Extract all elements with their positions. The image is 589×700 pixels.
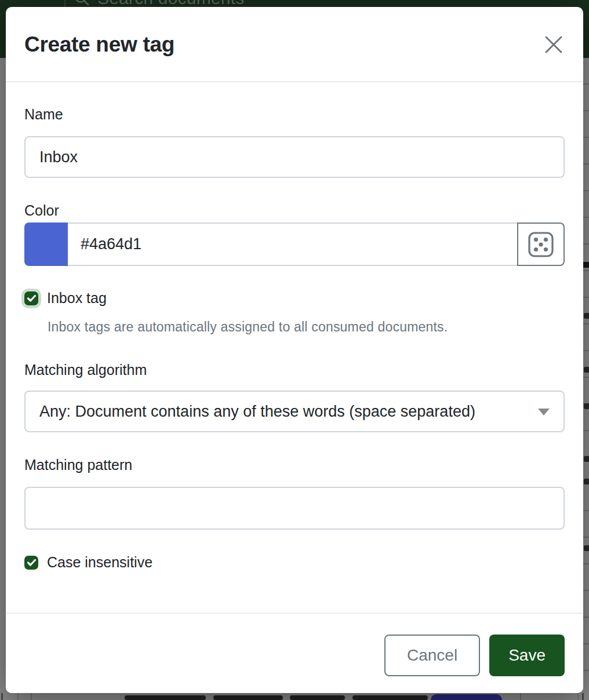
dimmed-line bbox=[31, 693, 32, 700]
dimmed-page-bottom bbox=[0, 693, 589, 700]
inbox-tag-checkbox[interactable] bbox=[24, 291, 38, 305]
matching-pattern-label: Matching pattern bbox=[24, 457, 565, 472]
color-field[interactable] bbox=[68, 223, 518, 266]
dimmed-text-fragment bbox=[125, 695, 206, 700]
dimmed-line bbox=[520, 693, 521, 700]
navbar-divider bbox=[64, 0, 66, 7]
page: Search documents Create new tag bbox=[0, 0, 589, 700]
color-swatch[interactable] bbox=[24, 223, 68, 266]
dialog-header: Create new tag bbox=[6, 7, 583, 82]
dimmed-text-fragment bbox=[584, 456, 589, 462]
dialog-body: Name Color bbox=[6, 82, 583, 571]
close-icon bbox=[543, 34, 565, 56]
dimmed-text-fragment bbox=[584, 403, 589, 409]
case-insensitive-label[interactable]: Case insensitive bbox=[47, 554, 152, 571]
case-insensitive-row: Case insensitive bbox=[24, 554, 565, 571]
matching-algorithm-select[interactable]: Any: Document contains any of these word… bbox=[24, 391, 565, 432]
dimmed-line bbox=[17, 693, 19, 700]
inbox-tag-row: Inbox tag bbox=[24, 290, 565, 307]
checkmark-icon bbox=[27, 295, 36, 302]
dimmed-line bbox=[582, 693, 584, 700]
dimmed-text-fragment bbox=[290, 695, 345, 700]
name-label: Name bbox=[24, 107, 565, 122]
dialog-footer: Cancel Save bbox=[6, 612, 583, 693]
color-input-group bbox=[24, 223, 565, 266]
name-field[interactable] bbox=[24, 136, 565, 178]
dimmed-button-fragment bbox=[431, 694, 502, 700]
matching-pattern-field[interactable] bbox=[24, 487, 565, 530]
create-tag-dialog: Create new tag Name Color bbox=[6, 7, 583, 693]
inbox-tag-hint: Inbox tags are automatically assigned to… bbox=[24, 319, 565, 335]
dimmed-line bbox=[577, 693, 579, 700]
dimmed-line bbox=[1, 693, 3, 700]
search-icon bbox=[74, 0, 89, 6]
inbox-tag-label[interactable]: Inbox tag bbox=[47, 290, 107, 307]
dimmed-table-header-border bbox=[583, 262, 589, 268]
dimmed-text-fragment bbox=[584, 367, 589, 373]
dimmed-text-fragment bbox=[213, 695, 283, 700]
dimmed-text-fragment bbox=[584, 545, 589, 551]
dimmed-table-fragment bbox=[583, 58, 589, 700]
checkmark-icon bbox=[27, 559, 36, 566]
dice-icon bbox=[528, 231, 554, 258]
matching-algorithm-label: Matching algorithm bbox=[24, 362, 565, 377]
save-button[interactable]: Save bbox=[489, 635, 565, 676]
color-label: Color bbox=[24, 203, 565, 218]
chevron-down-icon bbox=[538, 409, 550, 415]
dimmed-text-fragment bbox=[584, 479, 589, 484]
dimmed-text-fragment bbox=[584, 313, 589, 319]
dialog-title: Create new tag bbox=[24, 31, 174, 58]
case-insensitive-checkbox[interactable] bbox=[24, 556, 38, 570]
selected-algorithm: Any: Document contains any of these word… bbox=[39, 403, 475, 421]
dimmed-text-fragment bbox=[352, 695, 428, 700]
close-button[interactable] bbox=[543, 34, 565, 56]
random-color-button[interactable] bbox=[517, 223, 565, 266]
cancel-button[interactable]: Cancel bbox=[384, 635, 480, 676]
